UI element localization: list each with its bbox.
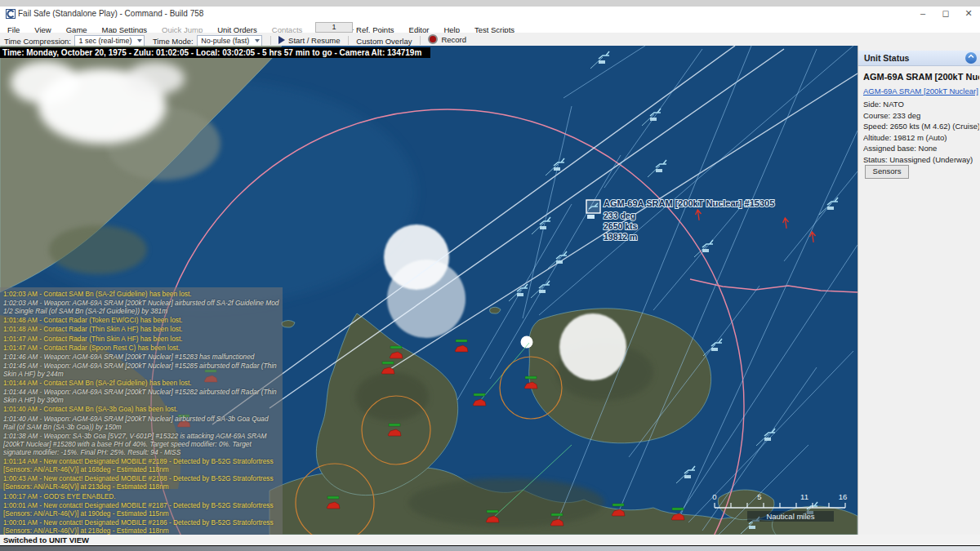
log-entry: 1:01:47 AM - Contact Radar (Thin Skin A …	[3, 335, 279, 343]
toolbar-separator	[420, 36, 421, 45]
alt-chip	[587, 215, 595, 219]
bottom-edge	[0, 545, 980, 551]
alt-chip	[556, 260, 563, 264]
field-speed-: Speed: 2650 kts (M 4.62) (Cruise) (Auto)	[863, 122, 979, 131]
test-scripts-count-badge[interactable]: 1	[315, 22, 353, 33]
play-icon	[278, 36, 285, 44]
health-bar	[390, 346, 402, 349]
close-icon[interactable]: ✕	[957, 7, 980, 20]
maximize-icon[interactable]: ◻	[934, 7, 957, 20]
alt-chip	[517, 293, 523, 296]
custom-overlay-label: Custom Overlay	[356, 37, 412, 46]
time-compression-select[interactable]: 1 sec (real-time)	[74, 35, 145, 47]
scale-tick-label: 0	[712, 492, 716, 501]
chevron-down-icon	[137, 39, 142, 42]
health-bar	[474, 393, 485, 396]
record-button[interactable]: Record	[428, 34, 466, 44]
health-bar	[551, 513, 563, 516]
title-bar: Fail Safe (Standalone Play) - Command - …	[0, 7, 980, 21]
selected-unit-label: 2650 kts	[604, 221, 638, 231]
chevron-down-icon	[255, 39, 260, 42]
field-status-: Status: Unassigned (Underway)	[863, 155, 979, 164]
scale-tick-label: 11	[800, 492, 808, 501]
log-entry: 1:00:43 AM - New contact! Designated MOB…	[3, 474, 279, 491]
time-mode-label: Time Mode:	[153, 37, 194, 46]
selected-unit-label: 233 deg	[604, 211, 635, 220]
islet-2	[490, 307, 501, 313]
toolbar-separator	[348, 36, 349, 45]
desktop-strip	[0, 0, 980, 7]
selected-unit-label: 19812 m	[604, 232, 637, 242]
record-icon	[428, 34, 438, 44]
alt-chip	[749, 526, 755, 529]
log-entry: 1:01:45 AM - Weapon: AGM-69A SRAM [200kT…	[3, 362, 279, 378]
scale-tick-label: 5	[757, 492, 761, 501]
alt-chip	[656, 169, 662, 172]
alt-chip	[702, 249, 709, 252]
health-bar	[456, 340, 467, 342]
log-entry: 1:01:48 AM - Contact Radar (Thin Skin A …	[3, 325, 279, 333]
health-bar	[612, 504, 624, 506]
field-side-: Side: NATO	[863, 100, 979, 109]
health-bar	[389, 424, 400, 426]
minimize-icon[interactable]: –	[911, 7, 934, 20]
alt-chip	[540, 226, 546, 229]
custom-overlay-button[interactable]: Custom Overlay	[356, 37, 412, 46]
health-bar	[525, 376, 537, 379]
log-entry: 1:01:40 AM - Contact SAM Bn (SA-3b Goa) …	[3, 405, 279, 413]
scale-tick-label: 16	[839, 492, 848, 501]
record-label: Record	[441, 35, 466, 44]
log-entry: 1:01:47 AM - Contact Radar (Spoon Rest C…	[3, 344, 279, 352]
log-entry: 1:01:14 AM - New contact! Designated MOB…	[3, 457, 279, 473]
log-entry: 1:00:01 AM - New contact! Designated MOB…	[3, 501, 279, 518]
field-altitude-: Altitude: 19812 m (Auto)	[863, 133, 979, 142]
alt-chip	[599, 60, 605, 64]
window-title: Fail Safe (Standalone Play) - Command - …	[18, 9, 203, 18]
log-entry: 1:00:17 AM - GOD'S EYE ENABLED.	[3, 492, 279, 500]
status-bar: Switched to UNIT VIEW	[0, 535, 980, 545]
sensors-button[interactable]: Sensors	[865, 165, 909, 179]
nuclear-blast-circle	[559, 313, 626, 380]
unit-status-header: Unit Status	[858, 51, 980, 66]
unit-status-panel: Unit Status AGM-69A SRAM [200kT Nuclear]…	[858, 46, 980, 535]
log-entry: 1:01:40 AM - Weapon: AGM-69A SRAM [200kT…	[3, 415, 279, 431]
alt-chip	[539, 290, 546, 293]
sim-time-bar: Time: Monday, October 20, 1975 - Zulu: 0…	[0, 47, 430, 58]
app-icon	[6, 9, 16, 19]
health-bar	[672, 508, 684, 510]
time-mode-value: No-pulse (fast)	[201, 37, 249, 45]
start-resume-button[interactable]: Start / Resume	[278, 36, 340, 45]
toolbar: Time Compression: 1 sec (real-time) Time…	[0, 33, 980, 47]
health-bar	[327, 496, 339, 499]
log-entry: 1:01:48 AM - Contact Radar (Token EW/GCI…	[3, 316, 279, 324]
log-entry: 1:01:44 AM - Weapon: AGM-69A SRAM [200kT…	[3, 388, 279, 404]
field-course-: Course: 233 deg	[863, 111, 979, 120]
time-mode-select[interactable]: No-pulse (fast)	[197, 35, 262, 47]
alt-chip	[711, 348, 718, 351]
alt-chip	[827, 207, 834, 210]
time-compression-value: 1 sec (real-time)	[78, 37, 131, 45]
health-bar	[382, 362, 394, 364]
unit-heading: AGM-69A SRAM [200kT Nuclear] #15305	[863, 72, 979, 82]
toolbar-separator	[270, 36, 271, 45]
time-compression-label: Time Compression:	[4, 37, 71, 46]
message-log: 1:02:03 AM - Contact SAM Bn (SA-2f Guide…	[0, 287, 283, 535]
alt-chip	[554, 167, 560, 171]
collapse-icon[interactable]	[965, 52, 977, 64]
alt-chip	[650, 118, 657, 121]
islet-1	[282, 321, 295, 328]
field-assigned-base-: Assigned base: None	[863, 144, 979, 153]
log-entry: 1:01:38 AM - Weapon: SA-3b Goa [5V27, V-…	[3, 432, 279, 456]
scale-unit-label: Nautical miles	[766, 512, 814, 521]
log-entry: 1:01:46 AM - Weapon: AGM-69A SRAM [200kT…	[3, 353, 279, 361]
unit-link[interactable]: AGM-69A SRAM [200kT Nuclear]	[863, 87, 979, 96]
start-resume-label: Start / Resume	[288, 36, 340, 45]
log-entry: 1:01:44 AM - Contact SAM Bn (SA-2f Guide…	[3, 379, 279, 387]
alt-chip	[764, 438, 771, 441]
log-entry: 1:02:03 AM - Weapon: AGM-69A SRAM [200kT…	[3, 299, 279, 315]
panel-title: Unit Status	[864, 53, 909, 63]
health-bar	[487, 510, 498, 513]
selected-unit-label: AGM-69A SRAM [200kT Nuclear] #15305	[604, 198, 774, 208]
menu-bar: FileViewGameMap SettingsQuick JumpUnit O…	[0, 21, 980, 33]
alt-chip	[684, 475, 691, 478]
